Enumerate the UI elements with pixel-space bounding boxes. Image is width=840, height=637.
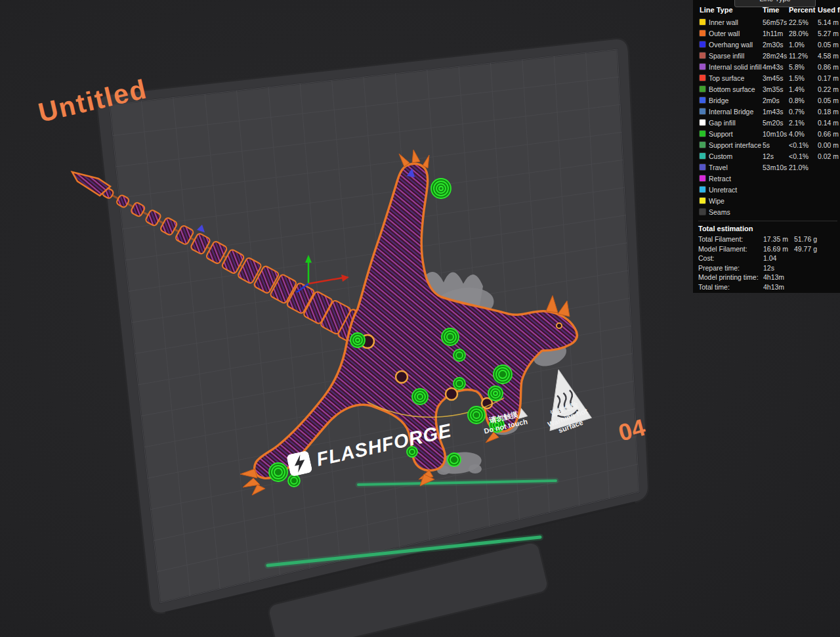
- total-row-total-time-: Total time:4h13m: [698, 282, 840, 292]
- legend-label: Unretract: [709, 186, 763, 194]
- legend-used: 0.66 m: [818, 130, 840, 138]
- legend-label: Seams: [709, 208, 763, 216]
- legend-row-travel: Travel53m10s21.0%: [693, 162, 840, 173]
- line-type-panel: Line Type Time Percent Used filament Inn…: [693, 0, 840, 293]
- legend-label: Sparse infill: [709, 52, 763, 60]
- legend-label: Retract: [709, 175, 763, 183]
- legend-header-used: Used filament: [818, 6, 840, 14]
- total-value: 4h13m: [763, 273, 794, 281]
- legend-label: Support interface: [709, 141, 763, 149]
- legend-row-support-interface: Support interface5s<0.1%0.00 m: [693, 139, 840, 150]
- dragon-eye: [556, 323, 562, 328]
- legend-swatch: [700, 198, 705, 204]
- legend-used: 4.58 m: [818, 52, 840, 60]
- total-label: Total Filament:: [698, 235, 763, 243]
- legend-label: Overhang wall: [709, 41, 763, 49]
- total-label: Model Filament:: [698, 245, 763, 253]
- legend-percent: <0.1%: [789, 141, 818, 149]
- flashforge-logo-icon: [286, 450, 313, 477]
- total-value: 1.04: [763, 254, 794, 262]
- legend-used: 0.14 m: [818, 119, 840, 127]
- total-row-prepare-time-: Prepare time:12s: [698, 263, 840, 273]
- legend-used: 5.14 m: [818, 18, 840, 26]
- legend-swatch: [700, 131, 705, 137]
- total-row-model-filament-: Model Filament:16.69 m49.77 g: [698, 244, 840, 254]
- legend-time: 5s: [763, 141, 789, 149]
- legend-swatch: [700, 209, 705, 215]
- model-shadow-part: [469, 464, 482, 473]
- joint-ring: [396, 371, 408, 383]
- legend-used: 0.05 m: [818, 41, 840, 49]
- legend-row-wipe: Wipe: [693, 195, 840, 206]
- legend-time: 12s: [763, 152, 789, 160]
- legend-label: Travel: [709, 164, 763, 171]
- legend-row-internal-bridge: Internal Bridge1m43s0.7%0.18 m: [693, 106, 840, 117]
- legend-percent: 1.0%: [789, 41, 818, 49]
- total-label: Cost:: [698, 254, 763, 262]
- legend-percent: 22.5%: [789, 18, 818, 26]
- total-row-cost-: Cost:1.04: [698, 253, 840, 263]
- legend-time: 1h11m: [763, 30, 789, 37]
- legend-swatch: [700, 19, 705, 25]
- legend-time: 4m43s: [763, 63, 789, 71]
- legend-rows: Inner wall56m57s22.5%5.14 mOuter wall1h1…: [693, 16, 840, 217]
- legend-row-sparse-infill: Sparse infill28m24s11.2%4.58 m: [693, 50, 840, 61]
- legend-label: Wipe: [709, 197, 763, 205]
- total-estimation-title: Total estimation: [698, 221, 837, 234]
- legend-used: 0.22 m: [818, 85, 840, 93]
- legend-percent: <0.1%: [789, 152, 818, 160]
- legend-time: 53m10s: [763, 164, 789, 171]
- legend-time: 2m30s: [763, 41, 789, 49]
- legend-label: Internal Bridge: [709, 108, 763, 116]
- legend-row-custom: Custom12s<0.1%0.02 m: [693, 150, 840, 162]
- legend-swatch: [700, 108, 705, 114]
- legend-time: 10m10s: [763, 130, 789, 138]
- legend-percent: 4.0%: [789, 130, 818, 138]
- line-type-dropdown[interactable]: Line Type: [734, 0, 816, 7]
- legend-swatch: [700, 64, 705, 70]
- legend-used: 0.17 m: [818, 74, 840, 82]
- legend-percent: 0.8%: [789, 97, 818, 104]
- total-label: Total time:: [698, 283, 763, 291]
- legend-label: Top surface: [709, 74, 763, 82]
- total-value: 12s: [763, 264, 794, 272]
- totals-rows: Total Filament:17.35 m51.76 gModel Filam…: [698, 234, 840, 292]
- legend-row-bridge: Bridge2m0s0.8%0.05 m: [693, 95, 840, 106]
- legend-time: 1m43s: [763, 108, 789, 116]
- legend-label: Internal solid infill: [709, 63, 763, 71]
- legend-percent: 2.1%: [789, 119, 818, 127]
- legend-row-bottom-surface: Bottom surface3m35s1.4%0.22 m: [693, 83, 840, 95]
- legend-percent: 28.0%: [789, 30, 818, 37]
- legend-label: Inner wall: [709, 18, 763, 26]
- legend-time: 2m0s: [763, 97, 789, 104]
- joint-ring: [446, 388, 457, 400]
- legend-used: 0.18 m: [818, 108, 840, 116]
- legend-row-overhang-wall: Overhang wall2m30s1.0%0.05 m: [693, 39, 840, 50]
- legend-row-inner-wall: Inner wall56m57s22.5%5.14 m: [693, 16, 840, 28]
- legend-swatch: [700, 164, 705, 170]
- legend-row-top-surface: Top surface3m45s1.5%0.17 m: [693, 72, 840, 83]
- legend-swatch: [700, 153, 705, 159]
- legend-row-support: Support10m10s4.0%0.66 m: [693, 128, 840, 139]
- legend-swatch: [700, 187, 705, 192]
- total-estimation: Total estimation Total Filament:17.35 m5…: [693, 217, 840, 292]
- total-value: 16.69 m: [763, 245, 794, 253]
- legend-label: Bridge: [709, 97, 763, 104]
- total-value2: 51.76 g: [794, 235, 840, 243]
- legend-swatch: [700, 30, 705, 36]
- legend-swatch: [700, 175, 705, 181]
- legend-row-internal-solid-infill: Internal solid infill4m43s5.8%0.86 m: [693, 61, 840, 72]
- legend-used: 0.86 m: [818, 63, 840, 71]
- legend-row-seams: Seams: [693, 206, 840, 217]
- legend-label: Support: [709, 130, 763, 138]
- legend-swatch: [700, 97, 705, 103]
- total-value: 4h13m: [763, 283, 794, 291]
- legend-swatch: [700, 120, 705, 125]
- legend-label: Gap infill: [709, 119, 763, 127]
- total-value: 17.35 m: [763, 235, 794, 243]
- legend-time: 3m45s: [763, 74, 789, 82]
- legend-percent: 1.5%: [789, 74, 818, 82]
- legend-time: 56m57s: [763, 18, 789, 26]
- legend-percent: 0.7%: [789, 108, 818, 116]
- legend-swatch: [700, 142, 705, 148]
